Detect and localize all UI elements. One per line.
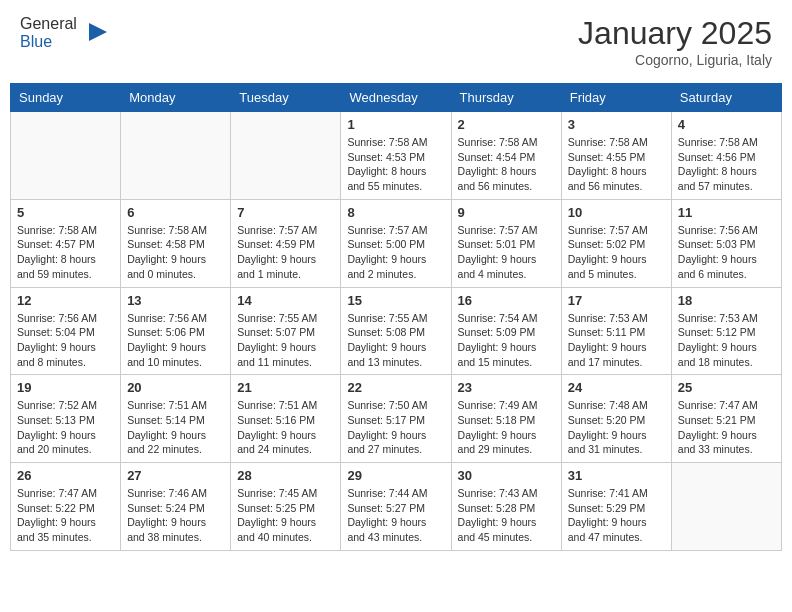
day-info: Sunrise: 7:45 AMSunset: 5:25 PMDaylight:… [237, 486, 334, 545]
day-number: 18 [678, 293, 775, 308]
calendar-cell: 11Sunrise: 7:56 AMSunset: 5:03 PMDayligh… [671, 199, 781, 287]
day-number: 30 [458, 468, 555, 483]
calendar-cell: 1Sunrise: 7:58 AMSunset: 4:53 PMDaylight… [341, 112, 451, 200]
day-info: Sunrise: 7:54 AMSunset: 5:09 PMDaylight:… [458, 311, 555, 370]
day-info: Sunrise: 7:47 AMSunset: 5:21 PMDaylight:… [678, 398, 775, 457]
calendar-cell: 31Sunrise: 7:41 AMSunset: 5:29 PMDayligh… [561, 463, 671, 551]
day-number: 26 [17, 468, 114, 483]
day-number: 17 [568, 293, 665, 308]
day-number: 12 [17, 293, 114, 308]
day-info: Sunrise: 7:44 AMSunset: 5:27 PMDaylight:… [347, 486, 444, 545]
day-info: Sunrise: 7:43 AMSunset: 5:28 PMDaylight:… [458, 486, 555, 545]
day-info: Sunrise: 7:53 AMSunset: 5:11 PMDaylight:… [568, 311, 665, 370]
calendar-cell: 29Sunrise: 7:44 AMSunset: 5:27 PMDayligh… [341, 463, 451, 551]
calendar-cell: 20Sunrise: 7:51 AMSunset: 5:14 PMDayligh… [121, 375, 231, 463]
page-header: General Blue January 2025 Cogorno, Ligur… [10, 10, 782, 73]
logo-icon [79, 18, 109, 48]
day-number: 5 [17, 205, 114, 220]
logo-blue: Blue [20, 33, 52, 50]
calendar-week-row: 5Sunrise: 7:58 AMSunset: 4:57 PMDaylight… [11, 199, 782, 287]
calendar-week-row: 26Sunrise: 7:47 AMSunset: 5:22 PMDayligh… [11, 463, 782, 551]
calendar-cell: 28Sunrise: 7:45 AMSunset: 5:25 PMDayligh… [231, 463, 341, 551]
calendar-cell: 18Sunrise: 7:53 AMSunset: 5:12 PMDayligh… [671, 287, 781, 375]
day-info: Sunrise: 7:58 AMSunset: 4:57 PMDaylight:… [17, 223, 114, 282]
calendar-cell: 10Sunrise: 7:57 AMSunset: 5:02 PMDayligh… [561, 199, 671, 287]
calendar-table: SundayMondayTuesdayWednesdayThursdayFrid… [10, 83, 782, 551]
day-info: Sunrise: 7:55 AMSunset: 5:07 PMDaylight:… [237, 311, 334, 370]
calendar-header-thursday: Thursday [451, 84, 561, 112]
calendar-cell: 3Sunrise: 7:58 AMSunset: 4:55 PMDaylight… [561, 112, 671, 200]
day-number: 27 [127, 468, 224, 483]
calendar-cell: 21Sunrise: 7:51 AMSunset: 5:16 PMDayligh… [231, 375, 341, 463]
calendar-cell: 17Sunrise: 7:53 AMSunset: 5:11 PMDayligh… [561, 287, 671, 375]
svg-marker-0 [89, 23, 107, 41]
calendar-header-row: SundayMondayTuesdayWednesdayThursdayFrid… [11, 84, 782, 112]
calendar-cell: 2Sunrise: 7:58 AMSunset: 4:54 PMDaylight… [451, 112, 561, 200]
day-info: Sunrise: 7:56 AMSunset: 5:03 PMDaylight:… [678, 223, 775, 282]
day-info: Sunrise: 7:56 AMSunset: 5:04 PMDaylight:… [17, 311, 114, 370]
day-number: 3 [568, 117, 665, 132]
calendar-cell: 16Sunrise: 7:54 AMSunset: 5:09 PMDayligh… [451, 287, 561, 375]
day-info: Sunrise: 7:52 AMSunset: 5:13 PMDaylight:… [17, 398, 114, 457]
day-number: 21 [237, 380, 334, 395]
day-number: 11 [678, 205, 775, 220]
day-number: 7 [237, 205, 334, 220]
day-info: Sunrise: 7:58 AMSunset: 4:58 PMDaylight:… [127, 223, 224, 282]
day-number: 20 [127, 380, 224, 395]
day-info: Sunrise: 7:57 AMSunset: 4:59 PMDaylight:… [237, 223, 334, 282]
calendar-header-saturday: Saturday [671, 84, 781, 112]
day-number: 14 [237, 293, 334, 308]
calendar-cell: 8Sunrise: 7:57 AMSunset: 5:00 PMDaylight… [341, 199, 451, 287]
calendar-cell: 14Sunrise: 7:55 AMSunset: 5:07 PMDayligh… [231, 287, 341, 375]
calendar-cell: 22Sunrise: 7:50 AMSunset: 5:17 PMDayligh… [341, 375, 451, 463]
day-number: 29 [347, 468, 444, 483]
calendar-cell: 23Sunrise: 7:49 AMSunset: 5:18 PMDayligh… [451, 375, 561, 463]
calendar-cell [121, 112, 231, 200]
day-number: 2 [458, 117, 555, 132]
calendar-header-sunday: Sunday [11, 84, 121, 112]
calendar-cell: 5Sunrise: 7:58 AMSunset: 4:57 PMDaylight… [11, 199, 121, 287]
calendar-cell [671, 463, 781, 551]
month-title: January 2025 [578, 15, 772, 52]
day-info: Sunrise: 7:58 AMSunset: 4:53 PMDaylight:… [347, 135, 444, 194]
day-info: Sunrise: 7:53 AMSunset: 5:12 PMDaylight:… [678, 311, 775, 370]
title-block: January 2025 Cogorno, Liguria, Italy [578, 15, 772, 68]
calendar-cell: 4Sunrise: 7:58 AMSunset: 4:56 PMDaylight… [671, 112, 781, 200]
logo: General Blue [20, 15, 109, 51]
day-info: Sunrise: 7:56 AMSunset: 5:06 PMDaylight:… [127, 311, 224, 370]
logo-general: General [20, 15, 77, 32]
day-number: 22 [347, 380, 444, 395]
calendar-cell: 26Sunrise: 7:47 AMSunset: 5:22 PMDayligh… [11, 463, 121, 551]
day-number: 10 [568, 205, 665, 220]
calendar-cell: 7Sunrise: 7:57 AMSunset: 4:59 PMDaylight… [231, 199, 341, 287]
calendar-cell: 19Sunrise: 7:52 AMSunset: 5:13 PMDayligh… [11, 375, 121, 463]
calendar-cell: 25Sunrise: 7:47 AMSunset: 5:21 PMDayligh… [671, 375, 781, 463]
logo-text: General Blue [20, 15, 77, 51]
day-number: 1 [347, 117, 444, 132]
day-number: 31 [568, 468, 665, 483]
day-info: Sunrise: 7:57 AMSunset: 5:01 PMDaylight:… [458, 223, 555, 282]
calendar-week-row: 1Sunrise: 7:58 AMSunset: 4:53 PMDaylight… [11, 112, 782, 200]
day-info: Sunrise: 7:57 AMSunset: 5:02 PMDaylight:… [568, 223, 665, 282]
calendar-cell: 15Sunrise: 7:55 AMSunset: 5:08 PMDayligh… [341, 287, 451, 375]
day-number: 9 [458, 205, 555, 220]
day-info: Sunrise: 7:51 AMSunset: 5:14 PMDaylight:… [127, 398, 224, 457]
day-info: Sunrise: 7:57 AMSunset: 5:00 PMDaylight:… [347, 223, 444, 282]
day-number: 28 [237, 468, 334, 483]
calendar-cell: 6Sunrise: 7:58 AMSunset: 4:58 PMDaylight… [121, 199, 231, 287]
calendar-header-monday: Monday [121, 84, 231, 112]
day-number: 24 [568, 380, 665, 395]
day-number: 16 [458, 293, 555, 308]
calendar-week-row: 19Sunrise: 7:52 AMSunset: 5:13 PMDayligh… [11, 375, 782, 463]
day-info: Sunrise: 7:55 AMSunset: 5:08 PMDaylight:… [347, 311, 444, 370]
day-number: 19 [17, 380, 114, 395]
day-number: 13 [127, 293, 224, 308]
day-info: Sunrise: 7:58 AMSunset: 4:56 PMDaylight:… [678, 135, 775, 194]
calendar-cell [11, 112, 121, 200]
location: Cogorno, Liguria, Italy [578, 52, 772, 68]
calendar-cell: 27Sunrise: 7:46 AMSunset: 5:24 PMDayligh… [121, 463, 231, 551]
day-info: Sunrise: 7:47 AMSunset: 5:22 PMDaylight:… [17, 486, 114, 545]
calendar-cell: 9Sunrise: 7:57 AMSunset: 5:01 PMDaylight… [451, 199, 561, 287]
day-info: Sunrise: 7:46 AMSunset: 5:24 PMDaylight:… [127, 486, 224, 545]
calendar-cell: 30Sunrise: 7:43 AMSunset: 5:28 PMDayligh… [451, 463, 561, 551]
